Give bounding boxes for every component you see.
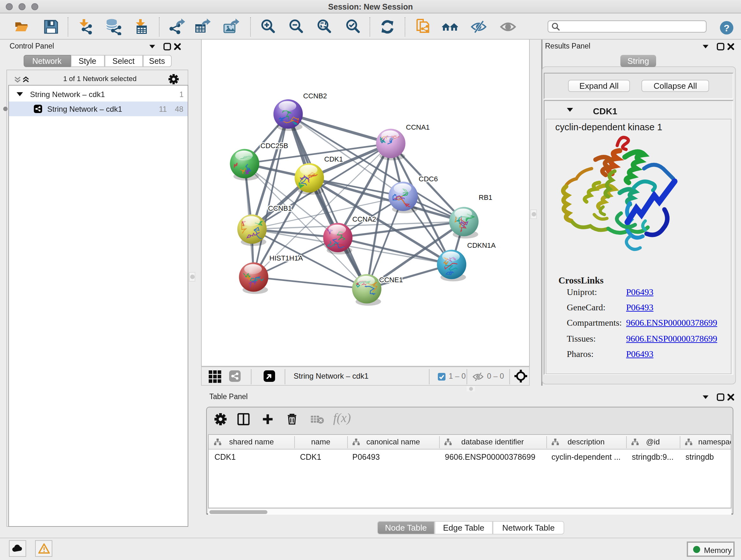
svg-text:CCNB2: CCNB2 (303, 92, 327, 100)
svg-text:HIST1H1A: HIST1H1A (269, 254, 303, 262)
svg-text:CCNA1: CCNA1 (406, 123, 430, 131)
svg-text:CDC6: CDC6 (419, 175, 438, 183)
svg-text:CDK1: CDK1 (324, 155, 343, 163)
svg-text:CDKN1A: CDKN1A (467, 241, 496, 249)
svg-text:CCNB1: CCNB1 (268, 204, 292, 212)
svg-text:CCNA2: CCNA2 (352, 215, 376, 223)
svg-text:CCNE1: CCNE1 (379, 276, 403, 284)
svg-text:CDC25B: CDC25B (260, 142, 288, 150)
svg-text:RB1: RB1 (479, 193, 492, 201)
